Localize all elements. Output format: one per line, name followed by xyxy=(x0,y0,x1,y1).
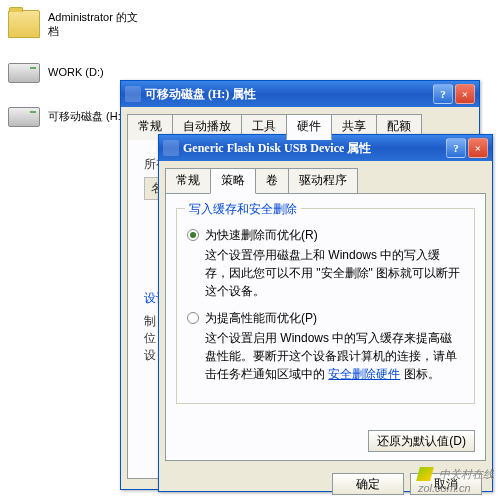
radio-label: 为快速删除而优化(R) xyxy=(205,227,318,244)
tab-volumes[interactable]: 卷 xyxy=(255,168,289,194)
folder-icon xyxy=(8,10,40,38)
window-title: Generic Flash Disk USB Device 属性 xyxy=(183,140,371,157)
close-button[interactable]: × xyxy=(468,138,488,158)
option-quick-desc: 这个设置停用磁盘上和 Windows 中的写入缓存，因此您可以不用 "安全删除"… xyxy=(205,246,464,300)
ok-button[interactable]: 确定 xyxy=(332,473,404,495)
close-button[interactable]: × xyxy=(455,84,475,104)
restore-defaults-button[interactable]: 还原为默认值(D) xyxy=(368,430,475,452)
policies-panel: 写入缓存和安全删除 为快速删除而优化(R) 这个设置停用磁盘上和 Windows… xyxy=(165,193,486,461)
help-button[interactable]: ? xyxy=(446,138,466,158)
option-performance-desc: 这个设置启用 Windows 中的写入缓存来提高磁盘性能。要断开这个设备跟计算机… xyxy=(205,329,464,383)
window-title: 可移动磁盘 (H:) 属性 xyxy=(145,86,256,103)
folder-label: Administrator 的文 档 xyxy=(48,10,142,39)
drive-label: 可移动磁盘 (H:) xyxy=(48,109,124,123)
watermark-site: zol.com.cn xyxy=(418,482,471,494)
tab-general[interactable]: 常规 xyxy=(165,168,211,194)
tab-driver[interactable]: 驱动程序 xyxy=(288,168,358,194)
titlebar[interactable]: 可移动磁盘 (H:) 属性 ? × xyxy=(121,81,479,107)
option-quick-removal[interactable]: 为快速删除而优化(R) xyxy=(187,227,464,244)
tab-hardware[interactable]: 硬件 xyxy=(286,114,332,140)
help-button[interactable]: ? xyxy=(433,84,453,104)
drive-label: WORK (D:) xyxy=(48,65,104,79)
radio-icon[interactable] xyxy=(187,229,199,241)
write-cache-group: 写入缓存和安全删除 为快速删除而优化(R) 这个设置停用磁盘上和 Windows… xyxy=(176,208,475,404)
radio-label: 为提高性能而优化(P) xyxy=(205,310,317,327)
drive-icon xyxy=(8,63,40,83)
watermark-brand: 中关村在线 xyxy=(439,468,494,480)
radio-icon[interactable] xyxy=(187,312,199,324)
watermark: 中关村在线 zol.com.cn xyxy=(418,467,494,494)
folder-documents[interactable]: Administrator 的文 档 xyxy=(8,10,142,39)
watermark-icon xyxy=(416,467,434,481)
desc-text: 图标。 xyxy=(404,367,440,381)
window-icon xyxy=(125,86,141,102)
group-title: 写入缓存和安全删除 xyxy=(185,201,301,218)
window-icon xyxy=(163,140,179,156)
safe-remove-link[interactable]: 安全删除硬件 xyxy=(328,367,400,381)
tab-policies[interactable]: 策略 xyxy=(210,168,256,194)
tab-strip: 常规 策略 卷 驱动程序 xyxy=(159,161,492,193)
usb-drive-icon xyxy=(8,107,40,127)
option-performance[interactable]: 为提高性能而优化(P) xyxy=(187,310,464,327)
device-properties-window: Generic Flash Disk USB Device 属性 ? × 常规 … xyxy=(158,134,493,492)
